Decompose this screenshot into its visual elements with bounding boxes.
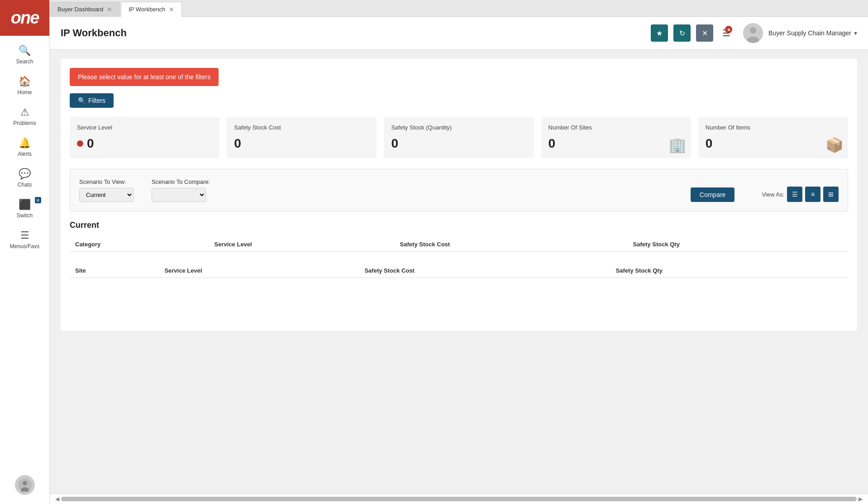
tab-close-buyer-dashboard[interactable]: ✕ — [107, 6, 112, 13]
col-safety-stock-cost-cat: Safety Stock Cost — [395, 237, 628, 252]
home-icon: 🏠 — [19, 76, 31, 87]
sidebar-item-problems[interactable]: ⚠ Problems — [0, 101, 49, 132]
kpi-label-service-level: Service Level — [77, 124, 212, 131]
refresh-button[interactable]: ↻ — [673, 24, 691, 42]
filters-label: Filters — [88, 97, 105, 104]
col-site: Site — [70, 264, 159, 278]
scroll-left-arrow[interactable]: ◀ — [55, 496, 59, 502]
sidebar-label-chats: Chats — [18, 182, 32, 188]
user-avatar — [743, 23, 763, 43]
sidebar-label-search: Search — [16, 58, 33, 65]
view-btn-cards[interactable]: ⊞ — [823, 187, 839, 202]
sidebar-item-chats[interactable]: 💬 Chats — [0, 163, 49, 193]
sidebar-label-problems: Problems — [13, 120, 36, 126]
scenario-view-field: Scenario To View: Current — [79, 178, 134, 202]
sidebar-item-alerts[interactable]: 🔔 Alerts — [0, 132, 49, 163]
page-title: IP Workbench — [61, 27, 645, 39]
kpi-card-safety-stock-qty: Safety Stock (Quantity) 0 — [384, 117, 534, 158]
scrollbar-track[interactable] — [61, 497, 857, 501]
view-btn-compact[interactable]: ☰ — [787, 187, 802, 202]
kpi-value-number-of-items: 0 — [706, 136, 841, 151]
scenario-compare-field: Scenario To Compare: — [152, 178, 210, 202]
sidebar-label-alerts: Alerts — [18, 151, 32, 157]
site-table: Site Service Level Safety Stock Cost Saf… — [70, 264, 848, 278]
view-as-label: View As: — [762, 191, 784, 198]
horizontal-scrollbar[interactable]: ◀ ▶ — [50, 494, 868, 504]
kpi-card-service-level: Service Level 0 — [70, 117, 219, 158]
current-section: Current Category Service Level Safety St… — [70, 221, 848, 278]
view-as-section: View As: ☰ ≡ ⊞ — [762, 187, 839, 202]
inner-content: Please select value for at least one of … — [61, 59, 857, 331]
kpi-label-number-of-sites: Number Of Sites — [548, 124, 684, 131]
scenario-view-select[interactable]: Current — [79, 188, 134, 202]
col-category: Category — [70, 237, 209, 252]
tab-buyer-dashboard[interactable]: Buyer Dashboard ✕ — [50, 2, 120, 16]
category-table: Category Service Level Safety Stock Cost… — [70, 237, 848, 252]
list-compact-icon: ☰ — [792, 191, 798, 198]
scenario-section: Scenario To View: Current Scenario To Co… — [70, 169, 848, 211]
scenario-row: Scenario To View: Current Scenario To Co… — [79, 178, 839, 202]
user-info[interactable]: Buyer Supply Chain Manager ▾ — [768, 29, 857, 37]
tab-close-ip-workbench[interactable]: ✕ — [169, 6, 174, 13]
category-table-header-row: Category Service Level Safety Stock Cost… — [70, 237, 848, 252]
service-level-dot — [77, 140, 83, 147]
scenario-compare-select[interactable] — [152, 188, 206, 202]
kpi-value-service-level: 0 — [77, 136, 212, 151]
user-role-label: Buyer Supply Chain Manager — [768, 29, 851, 37]
menu-button[interactable]: ☰ ★ — [722, 28, 730, 38]
building-icon: 🏢 — [668, 136, 687, 154]
sidebar-item-search[interactable]: 🔍 Search — [0, 39, 49, 70]
chevron-down-icon: ▾ — [854, 29, 857, 37]
list-detail-icon: ≡ — [811, 191, 815, 198]
kpi-label-number-of-items: Number Of Items — [706, 124, 841, 131]
warning-icon: ⚠ — [20, 106, 29, 118]
kpi-card-safety-stock-cost: Safety Stock Cost 0 — [227, 117, 377, 158]
scenario-compare-label: Scenario To Compare: — [152, 178, 210, 185]
kpi-card-number-of-items: Number Of Items 0 📦 — [698, 117, 848, 158]
kpi-card-number-of-sites: Number Of Sites 0 🏢 — [541, 117, 691, 158]
notification-dot: ★ — [725, 26, 732, 33]
view-btn-detail[interactable]: ≡ — [805, 187, 820, 202]
box-icon: 📦 — [825, 136, 844, 154]
sidebar-item-home[interactable]: 🏠 Home — [0, 70, 49, 101]
col-service-level-site: Service Level — [159, 264, 359, 278]
star-button[interactable]: ★ — [651, 24, 668, 42]
close-button[interactable]: ✕ — [696, 24, 713, 42]
col-safety-stock-qty-site: Safety Stock Qty — [610, 264, 848, 278]
kpi-cards-row: Service Level 0 Safety Stock Cost 0 Safe… — [70, 117, 848, 158]
kpi-value-number-of-sites: 0 — [548, 136, 684, 151]
menus-icon: ☰ — [20, 230, 29, 241]
chat-icon: 💬 — [19, 168, 31, 180]
user-avatar-icon — [15, 475, 35, 495]
sidebar-item-user-avatar[interactable] — [0, 470, 49, 500]
bell-icon: 🔔 — [19, 137, 31, 149]
sidebar: one 🔍 Search 🏠 Home ⚠ Problems 🔔 Alerts … — [0, 0, 50, 504]
kpi-value-safety-stock-cost: 0 — [234, 136, 369, 151]
app-logo[interactable]: one — [0, 0, 49, 36]
tab-ip-workbench[interactable]: IP Workbench ✕ — [121, 2, 182, 17]
current-section-title: Current — [70, 221, 848, 230]
kpi-label-safety-stock-cost: Safety Stock Cost — [234, 124, 369, 131]
col-safety-stock-cost-site: Safety Stock Cost — [359, 264, 610, 278]
search-icon: 🔍 — [19, 45, 31, 57]
svg-point-4 — [750, 27, 756, 34]
sidebar-item-switch[interactable]: ⬛ Switch ≡ — [0, 193, 49, 224]
switch-icon: ⬛ — [19, 199, 31, 211]
main-area: Buyer Dashboard ✕ IP Workbench ✕ IP Work… — [50, 0, 868, 504]
compare-button[interactable]: Compare — [691, 187, 735, 202]
sidebar-label-home: Home — [17, 89, 32, 96]
switch-badge: ≡ — [35, 197, 41, 203]
search-filter-icon: 🔍 — [78, 97, 86, 104]
svg-point-1 — [23, 481, 27, 485]
filters-button[interactable]: 🔍 Filters — [70, 93, 114, 108]
kpi-value-safety-stock-qty: 0 — [391, 136, 526, 151]
tab-bar: Buyer Dashboard ✕ IP Workbench ✕ — [50, 0, 868, 17]
sidebar-item-menus[interactable]: ☰ Menus/Favs — [0, 224, 49, 255]
site-table-header-row: Site Service Level Safety Stock Cost Saf… — [70, 264, 848, 278]
sidebar-label-switch: Switch — [17, 212, 33, 219]
col-safety-stock-qty-cat: Safety Stock Qty — [628, 237, 848, 252]
scrollbar-thumb[interactable] — [61, 497, 857, 501]
cards-icon: ⊞ — [828, 191, 834, 198]
page-header: IP Workbench ★ ↻ ✕ ☰ ★ Buyer Supply Chai… — [50, 17, 868, 50]
scroll-right-arrow[interactable]: ▶ — [858, 496, 863, 502]
